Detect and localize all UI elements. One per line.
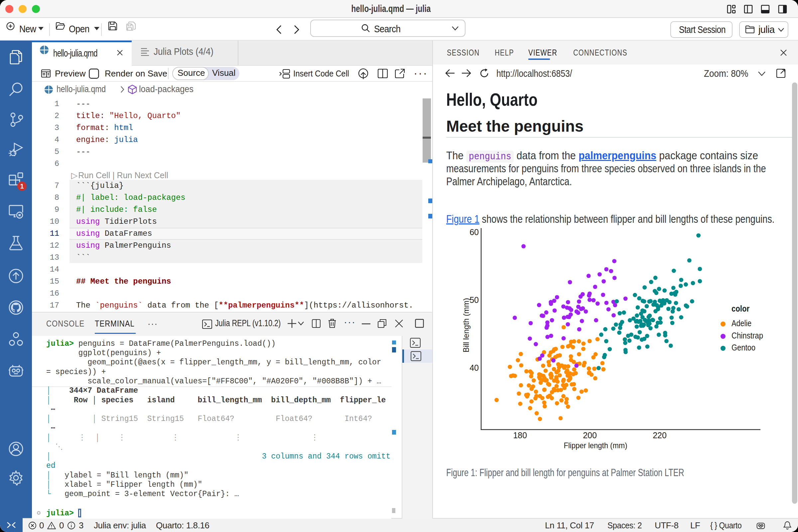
svg-text:40: 40 [470, 363, 479, 373]
svg-text:220: 220 [653, 431, 667, 440]
svg-text:200: 200 [583, 431, 597, 440]
svg-text:color: color [732, 304, 749, 313]
svg-text:50: 50 [470, 295, 479, 305]
svg-text:Adelie: Adelie [732, 319, 752, 328]
svg-text:60: 60 [470, 227, 479, 237]
svg-text:Flipper length (mm): Flipper length (mm) [564, 441, 627, 450]
svg-text:180: 180 [513, 431, 527, 440]
svg-text:Bill length (mm): Bill length (mm) [461, 298, 471, 353]
svg-text:Chinstrap: Chinstrap [732, 331, 763, 340]
svg-text:Gentoo: Gentoo [732, 343, 756, 352]
